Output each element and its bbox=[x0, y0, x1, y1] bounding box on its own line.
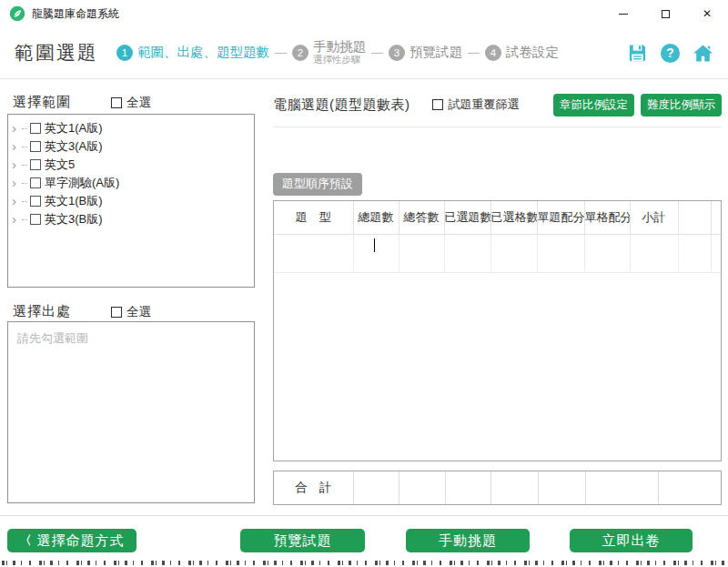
tree-item-eng5[interactable]: › 英文5 bbox=[8, 156, 254, 174]
cell-points-per-question[interactable] bbox=[537, 234, 584, 272]
tree-item-eng1b[interactable]: › 英文1(B版) bbox=[8, 192, 254, 210]
totals-cell bbox=[445, 471, 490, 504]
tree-checkbox[interactable] bbox=[30, 123, 41, 134]
minimize-icon[interactable] bbox=[602, 0, 644, 27]
step-4-badge: 4 bbox=[485, 45, 501, 61]
svg-text:?: ? bbox=[666, 46, 673, 60]
maximize-icon[interactable] bbox=[644, 0, 686, 27]
totals-row: 合 計 bbox=[274, 471, 721, 504]
close-icon[interactable]: ✕ bbox=[686, 0, 728, 27]
cell-points-per-blank[interactable] bbox=[584, 234, 630, 272]
question-type-table: 題 型 總題數 總答數 已選題數 已選格數 單題配分 單格配分 小計 bbox=[273, 200, 722, 461]
tree-item-label[interactable]: 單字測驗(A版) bbox=[45, 175, 119, 191]
step-4-label: 試卷設定 bbox=[506, 44, 559, 61]
tree-item-label[interactable]: 英文3(A版) bbox=[45, 138, 103, 155]
col-selected-blanks: 已選格數 bbox=[490, 201, 537, 234]
range-select-all-checkbox[interactable] bbox=[111, 97, 122, 108]
tree-item-eng3b[interactable]: › 英文3(B版) bbox=[8, 210, 254, 228]
col-empty bbox=[678, 201, 711, 234]
back-button-label: 選擇命題方式 bbox=[37, 532, 125, 550]
tree-item-vocab-a[interactable]: › 單字測驗(A版) bbox=[8, 174, 254, 192]
tree-checkbox[interactable] bbox=[30, 159, 41, 170]
window-title: 龍騰題庫命題系統 bbox=[32, 6, 119, 22]
expand-chevron-icon[interactable]: › bbox=[12, 197, 21, 206]
tree-item-label[interactable]: 英文5 bbox=[45, 157, 75, 173]
col-total-answers: 總答數 bbox=[399, 201, 444, 234]
footer-divider bbox=[0, 515, 728, 516]
step-wizard: 1 範圍、出處、題型題數 — 2 手動挑題 選擇性步驟 — 3 預覽試題 — 4… bbox=[116, 40, 559, 65]
page-title: 範圍選題 bbox=[15, 40, 98, 66]
range-select-all-label: 全選 bbox=[126, 95, 151, 111]
cell-total-answers[interactable] bbox=[399, 234, 444, 272]
help-icon[interactable]: ? bbox=[660, 43, 681, 64]
preview-questions-button[interactable]: 預覽試題 bbox=[240, 529, 365, 552]
save-icon[interactable] bbox=[627, 43, 648, 64]
step-3-preview[interactable]: 3 預覽試題 bbox=[389, 44, 462, 61]
manual-pick-button[interactable]: 手動挑題 bbox=[406, 529, 530, 552]
page-header: 範圍選題 1 範圍、出處、題型題數 — 2 手動挑題 選擇性步驟 — 3 預覽試… bbox=[0, 27, 728, 79]
window-controls: ✕ bbox=[602, 0, 728, 27]
table-row bbox=[274, 234, 721, 272]
tree-checkbox[interactable] bbox=[30, 177, 41, 188]
step-1-badge: 1 bbox=[116, 45, 133, 61]
source-placeholder-text: 請先勾選範圍 bbox=[17, 331, 88, 345]
col-points-per-question: 單題配分 bbox=[537, 201, 584, 234]
expand-chevron-icon[interactable]: › bbox=[12, 160, 21, 169]
totals-table: 合 計 bbox=[273, 471, 722, 505]
totals-label: 合 計 bbox=[274, 471, 353, 504]
totals-cell bbox=[585, 471, 658, 504]
tree-item-eng3a[interactable]: › 英文3(A版) bbox=[8, 137, 254, 156]
cell-selected-questions[interactable] bbox=[444, 234, 490, 272]
duplicate-filter-label: 試題重覆篩選 bbox=[449, 96, 520, 113]
expand-chevron-icon[interactable]: › bbox=[12, 178, 21, 187]
back-to-method-button[interactable]: 〈 選擇命題方式 bbox=[7, 529, 136, 552]
expand-chevron-icon[interactable]: › bbox=[12, 124, 21, 133]
totals-cell bbox=[490, 471, 538, 504]
range-tree: › 英文1(A版) › 英文3(A版) › 英文5 › 單字測驗(A版) › 英… bbox=[7, 114, 255, 288]
type-order-preset-button[interactable]: 題型順序預設 bbox=[273, 173, 362, 196]
totals-cell bbox=[399, 471, 445, 504]
tree-item-label[interactable]: 英文1(A版) bbox=[45, 120, 103, 137]
step-3-badge: 3 bbox=[389, 45, 405, 61]
col-question-type: 題 型 bbox=[274, 201, 353, 234]
chapter-ratio-button[interactable]: 章節比例設定 bbox=[553, 94, 634, 116]
table-header-row: 題 型 總題數 總答數 已選題數 已選格數 單題配分 單格配分 小計 bbox=[274, 201, 721, 234]
app-logo-icon bbox=[9, 5, 25, 22]
col-subtotal: 小計 bbox=[630, 201, 678, 234]
step-2-manual-pick[interactable]: 2 手動挑題 選擇性步驟 bbox=[292, 40, 366, 65]
cell-question-type[interactable] bbox=[274, 234, 353, 272]
duplicate-filter[interactable]: 試題重覆篩選 bbox=[432, 96, 520, 113]
section-divider bbox=[273, 127, 722, 127]
col-total-questions: 總題數 bbox=[353, 201, 399, 234]
source-select-all[interactable]: 全選 bbox=[111, 304, 151, 320]
source-select-all-checkbox[interactable] bbox=[111, 307, 122, 318]
col-points-per-blank: 單格配分 bbox=[584, 201, 630, 234]
step-2-sublabel: 選擇性步驟 bbox=[313, 55, 366, 66]
expand-chevron-icon[interactable]: › bbox=[12, 215, 21, 224]
back-chevron-icon: 〈 bbox=[20, 532, 33, 549]
source-list-box[interactable]: 請先勾選範圍 bbox=[7, 321, 255, 503]
col-selected-questions: 已選題數 bbox=[444, 201, 490, 234]
tree-checkbox[interactable] bbox=[30, 214, 41, 225]
tree-checkbox[interactable] bbox=[30, 196, 41, 207]
app-window: 龍騰題庫命題系統 ✕ 範圍選題 1 範圍、出處、題型題數 — 2 手動挑題 選擇… bbox=[0, 0, 728, 567]
tree-checkbox[interactable] bbox=[30, 141, 41, 152]
clipped-bottom-content bbox=[2, 560, 726, 567]
duplicate-filter-checkbox[interactable] bbox=[432, 99, 443, 110]
step-4-paper-settings[interactable]: 4 試卷設定 bbox=[485, 44, 559, 61]
tree-item-label[interactable]: 英文1(B版) bbox=[45, 193, 103, 209]
title-bar: 龍騰題庫命題系統 ✕ bbox=[0, 0, 728, 27]
generate-paper-button[interactable]: 立即出卷 bbox=[570, 529, 693, 552]
range-section-title: 選擇範圍 bbox=[13, 94, 71, 111]
difficulty-ratio-button[interactable]: 難度比例顯示 bbox=[641, 94, 722, 116]
cell-selected-blanks[interactable] bbox=[490, 234, 537, 272]
cell-subtotal[interactable] bbox=[630, 234, 678, 272]
tree-item-eng1a[interactable]: › 英文1(A版) bbox=[8, 119, 254, 137]
home-icon[interactable] bbox=[693, 43, 713, 64]
step-2-label: 手動挑題 bbox=[313, 40, 366, 55]
expand-chevron-icon[interactable]: › bbox=[12, 142, 21, 151]
step-1-range[interactable]: 1 範圍、出處、題型題數 bbox=[116, 44, 269, 61]
cell-total-questions-input[interactable] bbox=[353, 234, 399, 272]
range-select-all[interactable]: 全選 bbox=[111, 95, 151, 111]
tree-item-label[interactable]: 英文3(B版) bbox=[45, 211, 103, 228]
